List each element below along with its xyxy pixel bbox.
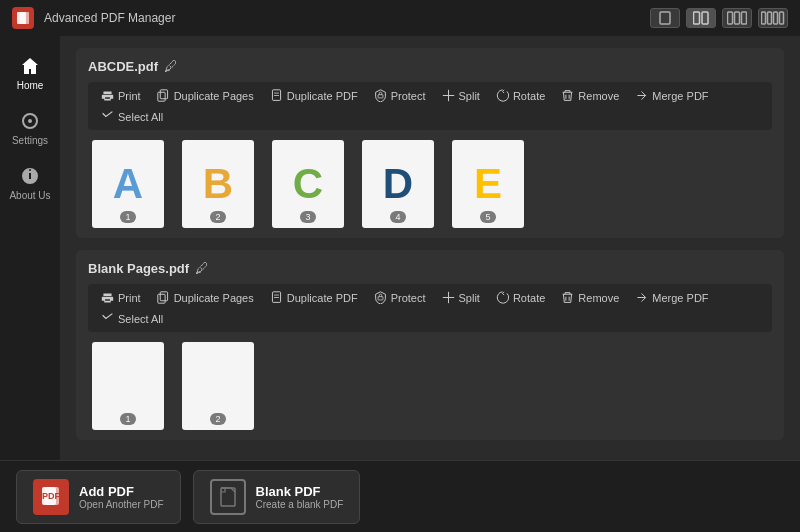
pages-grid-blank: 1 2 [88, 342, 772, 430]
app-icon [12, 7, 34, 29]
rotate-btn-blank[interactable]: Rotate [489, 288, 552, 307]
page-letter-a: A [113, 160, 143, 208]
rotate-btn-abcde[interactable]: Rotate [489, 86, 552, 105]
page-card-blank-1[interactable]: 1 [92, 342, 164, 430]
add-pdf-text: Add PDF Open Another PDF [79, 484, 164, 510]
sidebar-item-about-label: About Us [9, 190, 50, 201]
page-thumb-e[interactable]: E 5 [448, 140, 528, 228]
svg-rect-8 [762, 12, 766, 24]
svg-rect-11 [780, 12, 784, 24]
svg-rect-3 [694, 12, 700, 24]
page-letter-b: B [203, 160, 233, 208]
select-all-btn-blank[interactable]: Select All [94, 309, 170, 328]
page-card-e[interactable]: E 5 [452, 140, 524, 228]
svg-rect-18 [160, 292, 167, 301]
page-num-1: 1 [120, 211, 136, 223]
svg-rect-6 [735, 12, 740, 24]
pdf-section-blank: Blank Pages.pdf 🖊 Print Duplicate Pages … [76, 250, 784, 440]
protect-btn-blank[interactable]: Protect [367, 288, 433, 307]
bottom-bar: PDF Add PDF Open Another PDF Blank PDF C… [0, 460, 800, 532]
sidebar: Home Settings About Us [0, 36, 60, 460]
toolbar-abcde: Print Duplicate Pages Duplicate PDF Prot… [88, 82, 772, 130]
view-quad-btn[interactable] [758, 8, 788, 28]
svg-rect-23 [378, 297, 383, 300]
blank-pdf-icon [210, 479, 246, 515]
svg-rect-17 [378, 95, 383, 98]
content-area: ABCDE.pdf 🖊 Print Duplicate Pages Duplic… [60, 36, 800, 460]
main-layout: Home Settings About Us ABCDE.pdf 🖊 [0, 36, 800, 460]
page-card-b[interactable]: B 2 [182, 140, 254, 228]
title-bar: Advanced PDF Manager [0, 0, 800, 36]
page-num-4: 4 [390, 211, 406, 223]
page-card-a[interactable]: A 1 [92, 140, 164, 228]
svg-rect-19 [157, 294, 164, 303]
page-thumb-b[interactable]: B 2 [178, 140, 258, 228]
pdf-edit-icon-abcde[interactable]: 🖊 [164, 58, 178, 74]
page-num-2: 2 [210, 211, 226, 223]
view-triple-btn[interactable] [722, 8, 752, 28]
svg-rect-1 [20, 12, 29, 24]
sidebar-item-settings[interactable]: Settings [0, 101, 60, 156]
view-controls [650, 8, 788, 28]
page-card-c[interactable]: C 3 [272, 140, 344, 228]
blank-pdf-text: Blank PDF Create a blank PDF [256, 484, 344, 510]
add-pdf-button[interactable]: PDF Add PDF Open Another PDF [16, 470, 181, 524]
remove-btn-abcde[interactable]: Remove [554, 86, 626, 105]
merge-pdf-btn-blank[interactable]: Merge PDF [628, 288, 715, 307]
add-pdf-sublabel: Open Another PDF [79, 499, 164, 510]
page-num-blank-2: 2 [210, 413, 226, 425]
sidebar-item-about[interactable]: About Us [0, 156, 60, 211]
blank-pdf-button[interactable]: Blank PDF Create a blank PDF [193, 470, 361, 524]
merge-pdf-btn-abcde[interactable]: Merge PDF [628, 86, 715, 105]
sidebar-item-home[interactable]: Home [0, 46, 60, 101]
view-single-btn[interactable] [650, 8, 680, 28]
pdf-edit-icon-blank[interactable]: 🖊 [195, 260, 209, 276]
duplicate-pages-btn-abcde[interactable]: Duplicate Pages [150, 86, 261, 105]
page-card-d[interactable]: D 4 [362, 140, 434, 228]
page-num-blank-1: 1 [120, 413, 136, 425]
blank-pdf-sublabel: Create a blank PDF [256, 499, 344, 510]
svg-rect-10 [774, 12, 778, 24]
page-thumb-blank-1[interactable]: 1 [88, 342, 168, 430]
svg-rect-5 [728, 12, 733, 24]
select-all-btn-abcde[interactable]: Select All [94, 107, 170, 126]
pdf-header-blank: Blank Pages.pdf 🖊 [88, 260, 772, 276]
svg-text:PDF: PDF [42, 491, 61, 501]
svg-rect-4 [702, 12, 708, 24]
svg-rect-7 [742, 12, 747, 24]
toolbar-blank: Print Duplicate Pages Duplicate PDF Prot… [88, 284, 772, 332]
print-btn-abcde[interactable]: Print [94, 86, 148, 105]
page-thumb-c[interactable]: C 3 [268, 140, 348, 228]
svg-rect-9 [768, 12, 772, 24]
svg-rect-12 [160, 90, 167, 99]
print-btn-blank[interactable]: Print [94, 288, 148, 307]
pdf-section-abcde: ABCDE.pdf 🖊 Print Duplicate Pages Duplic… [76, 48, 784, 238]
remove-btn-blank[interactable]: Remove [554, 288, 626, 307]
sidebar-item-home-label: Home [17, 80, 44, 91]
page-letter-e: E [474, 160, 502, 208]
duplicate-pages-btn-blank[interactable]: Duplicate Pages [150, 288, 261, 307]
page-num-5: 5 [480, 211, 496, 223]
view-double-btn[interactable] [686, 8, 716, 28]
pages-grid-abcde: A 1 B 2 C 3 [88, 140, 772, 228]
page-thumb-blank-2[interactable]: 2 [178, 342, 258, 430]
pdf-title-abcde: ABCDE.pdf [88, 59, 158, 74]
app-title: Advanced PDF Manager [44, 11, 175, 25]
page-card-blank-2[interactable]: 2 [182, 342, 254, 430]
page-num-3: 3 [300, 211, 316, 223]
split-btn-abcde[interactable]: Split [435, 86, 487, 105]
pdf-title-blank: Blank Pages.pdf [88, 261, 189, 276]
page-thumb-d[interactable]: D 4 [358, 140, 438, 228]
page-thumb-a[interactable]: A 1 [88, 140, 168, 228]
page-letter-c: C [293, 160, 323, 208]
split-btn-blank[interactable]: Split [435, 288, 487, 307]
add-pdf-label: Add PDF [79, 484, 164, 499]
svg-rect-2 [660, 12, 670, 24]
add-pdf-icon: PDF [33, 479, 69, 515]
page-letter-d: D [383, 160, 413, 208]
pdf-header-abcde: ABCDE.pdf 🖊 [88, 58, 772, 74]
protect-btn-abcde[interactable]: Protect [367, 86, 433, 105]
svg-rect-13 [157, 92, 164, 101]
duplicate-pdf-btn-blank[interactable]: Duplicate PDF [263, 288, 365, 307]
duplicate-pdf-btn-abcde[interactable]: Duplicate PDF [263, 86, 365, 105]
